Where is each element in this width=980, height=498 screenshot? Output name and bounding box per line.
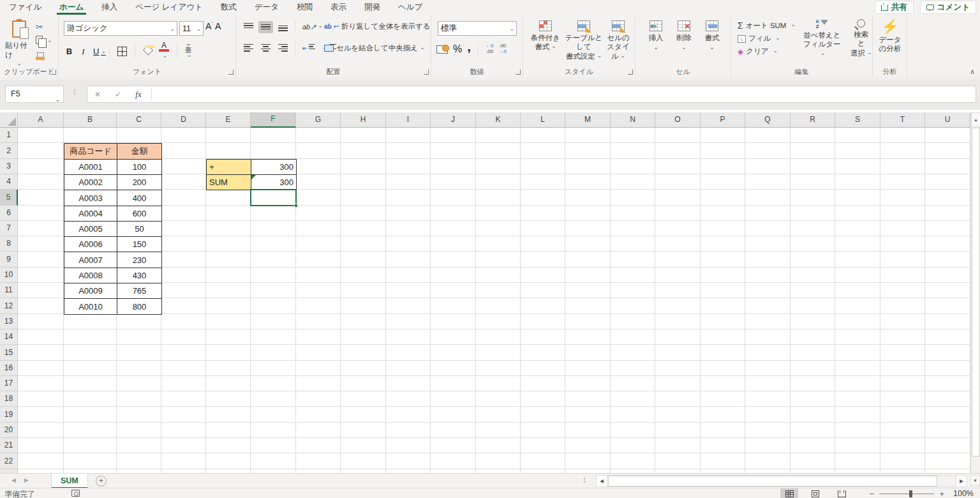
amount-cell[interactable]: 230 xyxy=(117,252,162,268)
menu-tab-idx7[interactable]: 表示 xyxy=(322,0,355,15)
font-name-select[interactable]: 游ゴシック⌄ xyxy=(64,21,177,36)
prev-sheet-icon[interactable]: ◀ xyxy=(11,477,16,483)
row-header-8[interactable]: 8 xyxy=(0,236,18,252)
menu-tab-file[interactable]: ファイル xyxy=(0,0,50,15)
next-sheet-icon[interactable]: ▶ xyxy=(24,477,29,483)
row-header-5[interactable]: 5 xyxy=(0,190,18,206)
column-header-G[interactable]: G xyxy=(296,112,341,128)
formula-bar-splitter[interactable]: ⁞ xyxy=(73,87,75,97)
row-header-11[interactable]: 11 xyxy=(0,283,18,298)
orientation-icon[interactable]: ab↗ xyxy=(300,21,325,33)
name-box[interactable]: F5 ⌄ xyxy=(5,86,64,103)
menu-tab-home[interactable]: ホーム xyxy=(50,0,93,15)
column-header-O[interactable]: O xyxy=(655,112,701,128)
scroll-down-icon[interactable]: ▼ xyxy=(970,475,980,486)
name-box-dropdown-icon[interactable]: ⌄ xyxy=(55,92,60,108)
product-code-cell[interactable]: A0005 xyxy=(64,221,117,237)
styles-dialog-launcher[interactable] xyxy=(628,70,633,75)
alignment-dialog-launcher[interactable] xyxy=(424,70,429,75)
find-select-button[interactable]: 検索と選択 xyxy=(850,19,872,58)
row-header-22[interactable]: 22 xyxy=(0,453,18,469)
column-header-U[interactable]: U xyxy=(925,112,970,128)
column-header-H[interactable]: H xyxy=(341,112,386,128)
horizontal-scroll-thumb[interactable] xyxy=(608,476,937,487)
menu-tab-idx2[interactable]: 挿入 xyxy=(93,0,126,15)
autosum-button[interactable]: Σ オート SUM xyxy=(738,20,796,31)
amount-cell[interactable]: 800 xyxy=(117,298,162,315)
zoom-slider-thumb[interactable] xyxy=(909,490,912,497)
row-header-7[interactable]: 7 xyxy=(0,221,18,236)
merge-center-button[interactable]: セルを結合して中央揃え xyxy=(324,43,425,53)
column-header-B[interactable]: B xyxy=(64,112,117,128)
amount-cell[interactable]: 200 xyxy=(117,174,162,190)
row-header-1[interactable]: 1 xyxy=(0,128,18,143)
column-header-J[interactable]: J xyxy=(431,112,476,128)
conditional-formatting-button[interactable]: 条件付き書式 xyxy=(528,20,563,52)
column-header-E[interactable]: E xyxy=(206,112,251,128)
column-header-L[interactable]: L xyxy=(521,112,565,128)
enter-icon[interactable]: ✓ xyxy=(108,90,128,99)
product-code-cell[interactable]: A0010 xyxy=(64,298,117,315)
increase-decimal-icon[interactable]: ←0.00 xyxy=(486,43,493,55)
format-as-table-button[interactable]: テーブルとして書式設定 xyxy=(564,20,604,61)
fill-color-icon[interactable] xyxy=(143,47,153,57)
formula-input[interactable] xyxy=(154,86,976,102)
calc-value-cell[interactable]: 300 xyxy=(251,159,297,175)
product-code-cell[interactable]: A0004 xyxy=(64,206,117,222)
format-painter-icon[interactable] xyxy=(36,52,45,61)
copy-dropdown-icon[interactable]: ⌄ xyxy=(47,37,52,43)
scroll-up-icon[interactable]: ▲ xyxy=(971,112,980,127)
product-code-cell[interactable]: A0007 xyxy=(64,252,117,268)
cancel-icon[interactable]: ✕ xyxy=(87,90,108,99)
row-header-9[interactable]: 9 xyxy=(0,252,18,268)
amount-cell[interactable]: 100 xyxy=(117,159,162,175)
amount-cell[interactable]: 765 xyxy=(117,283,162,299)
column-header-S[interactable]: S xyxy=(835,112,880,128)
align-middle-icon[interactable] xyxy=(258,21,273,33)
amount-cell[interactable]: 400 xyxy=(117,190,162,206)
product-code-cell[interactable]: A0001 xyxy=(64,159,117,175)
fill-handle[interactable] xyxy=(294,204,298,207)
column-header-F[interactable]: F xyxy=(251,112,296,128)
borders-icon[interactable] xyxy=(117,47,127,56)
percent-style-icon[interactable]: % xyxy=(453,43,462,55)
active-cell-outline[interactable] xyxy=(250,189,297,206)
column-header-Q[interactable]: Q xyxy=(745,112,791,128)
product-code-cell[interactable]: A0008 xyxy=(64,268,117,283)
amount-cell[interactable]: 600 xyxy=(117,206,162,222)
menu-tab-idx9[interactable]: ヘルプ xyxy=(389,0,431,15)
scroll-left-icon[interactable]: ◀ xyxy=(597,476,607,487)
format-cells-button[interactable]: 書式⌄ xyxy=(701,20,724,50)
underline-button[interactable]: U xyxy=(93,47,101,56)
analyze-data-button[interactable]: ⚡ データの分析 xyxy=(875,20,905,54)
number-format-select[interactable]: 標準⌄ xyxy=(438,21,517,36)
clear-button[interactable]: ◈ クリア xyxy=(738,47,796,56)
horizontal-scrollbar[interactable]: ◀ ▶ xyxy=(596,475,967,487)
scroll-right-icon[interactable]: ▶ xyxy=(956,476,967,487)
align-top-icon[interactable] xyxy=(241,21,256,33)
row-header-12[interactable]: 12 xyxy=(0,298,18,314)
number-dialog-launcher[interactable] xyxy=(516,70,521,75)
calc-value-cell[interactable]: 300 xyxy=(251,174,297,190)
fill-button[interactable]: ↓ フィル xyxy=(738,34,796,43)
table-header-cell[interactable]: 商品コード xyxy=(64,143,117,160)
tab-scrollbar-splitter[interactable]: ⁞⁞ xyxy=(583,476,584,484)
align-bottom-icon[interactable] xyxy=(276,21,290,33)
row-header-14[interactable]: 14 xyxy=(0,329,18,345)
row-header-3[interactable]: 3 xyxy=(0,159,18,174)
table-header-cell[interactable]: 金額 xyxy=(117,143,162,160)
row-header-19[interactable]: 19 xyxy=(0,407,18,423)
column-header-A[interactable]: A xyxy=(18,112,64,128)
column-header-K[interactable]: K xyxy=(476,112,521,128)
row-header-15[interactable]: 15 xyxy=(0,345,18,361)
row-header-13[interactable]: 13 xyxy=(0,314,18,329)
column-header-D[interactable]: D xyxy=(161,112,206,128)
product-code-cell[interactable]: A0009 xyxy=(64,283,117,299)
italic-button[interactable]: I xyxy=(79,47,87,57)
cell-styles-button[interactable]: セルのスタイル xyxy=(604,20,633,61)
view-page-break-button[interactable] xyxy=(833,488,850,498)
align-left-icon[interactable] xyxy=(241,42,256,54)
bold-button[interactable]: B xyxy=(65,47,73,56)
wrap-text-button[interactable]: ab↩ 折り返して全体を表示する xyxy=(324,22,431,31)
align-center-icon[interactable] xyxy=(258,42,273,54)
